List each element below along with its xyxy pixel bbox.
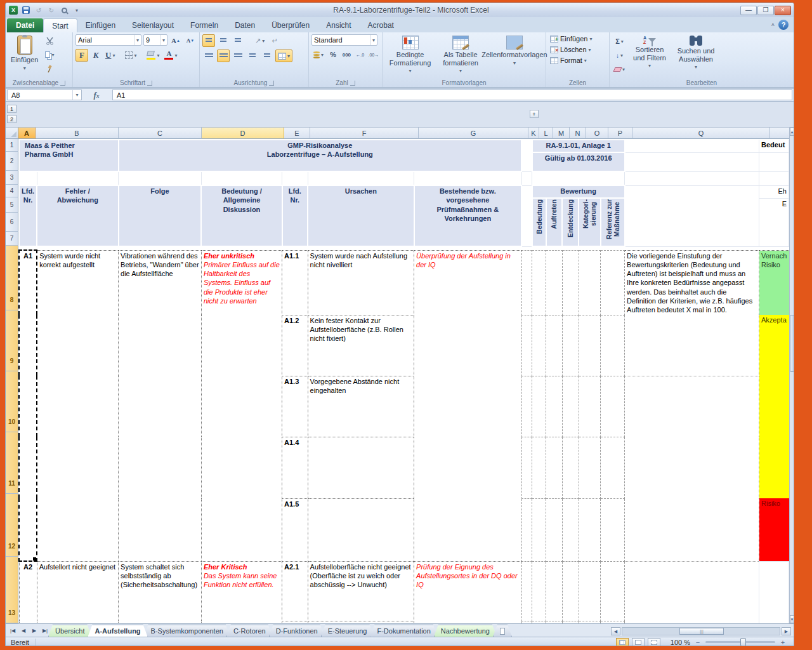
cell-q8-note[interactable]: Die vorliegende Einstufung der Bewertung… [625, 250, 759, 376]
cell-k3[interactable] [521, 171, 532, 185]
format-as-table-button[interactable]: Als Tabelle formatieren ▾ [438, 34, 483, 77]
tab-acrobat[interactable]: Acrobat [360, 18, 402, 32]
header-folge[interactable]: Folge [119, 185, 202, 246]
sheet-tab-f-dokumentation[interactable]: F-Dokumentation [370, 625, 437, 637]
cell-l11[interactable] [532, 437, 546, 498]
cell-d3[interactable] [201, 171, 282, 185]
cell-o12[interactable] [579, 498, 601, 561]
dialog-launcher-icon[interactable] [350, 81, 355, 86]
font-name-combo[interactable]: Arial▾ [75, 34, 141, 46]
header-rot-bedeutung[interactable]: Bedeutung [532, 198, 546, 246]
align-center-button[interactable] [217, 50, 230, 62]
cell-m13[interactable] [546, 561, 563, 621]
font-color-button[interactable]: A▾ [162, 49, 179, 62]
column-header-b[interactable]: B [36, 128, 119, 139]
vertical-scrollbar[interactable]: ▲ ▼ [789, 128, 794, 623]
cell-o10[interactable] [579, 376, 601, 437]
cell-r2[interactable] [759, 152, 789, 171]
column-header-o[interactable]: O [586, 128, 608, 139]
cell-p13[interactable] [601, 561, 625, 621]
cell-n11[interactable] [562, 437, 579, 498]
cell-f3[interactable] [308, 171, 414, 185]
zoom-level[interactable]: 100 % [671, 639, 690, 646]
borders-button[interactable]: ▾ [123, 49, 138, 62]
cell-massnahme-a2[interactable]: Prüfung der Eignung des Aufstellungsorte… [414, 561, 521, 623]
header-massnahmen[interactable]: Bestehende bzw. vorgesehene Prüfmaßnahme… [414, 185, 521, 246]
cell-ursache-a2-1[interactable]: Aufstelloberfläche nicht geeignet (Oberf… [308, 561, 414, 621]
horizontal-scroll-thumb[interactable]: ||| [679, 628, 724, 635]
row-header-11[interactable]: 11 [6, 432, 18, 494]
zoom-in-icon[interactable]: + [778, 639, 787, 646]
column-header-m[interactable]: M [553, 128, 570, 139]
align-left-button[interactable] [202, 50, 215, 62]
page-break-view-button[interactable] [648, 638, 660, 646]
header-fehler[interactable]: Fehler / Abweichung [37, 185, 118, 246]
cell-massnahme-a1[interactable]: Überprüfung der Aufstellung in der IQ [414, 250, 521, 561]
sheet-tab-nachbewertung[interactable]: Nachbewertung [434, 625, 497, 637]
excel-logo-icon[interactable]: X [8, 6, 18, 15]
last-sheet-icon[interactable]: ▶| [40, 626, 50, 635]
redo-icon[interactable]: ↻ [46, 6, 56, 15]
column-header-g[interactable]: G [419, 128, 528, 139]
font-size-combo[interactable]: 9▾ [143, 34, 167, 46]
underline-button[interactable]: U▾ [103, 49, 117, 62]
cell-ursache-a1-1[interactable]: System wurde nach Aufstellung nicht nive… [308, 250, 414, 315]
cell-bedeutung-a2[interactable]: Eher KritischDas System kann seine Funkt… [201, 561, 282, 623]
tab-ansicht[interactable]: Ansicht [318, 18, 359, 32]
cell-id-a1-5[interactable]: A1.5 [282, 498, 308, 561]
column-header-d[interactable]: D [202, 128, 284, 139]
cell-k9[interactable] [521, 315, 532, 376]
cell-o9[interactable] [579, 315, 601, 376]
cell-o13[interactable] [579, 561, 601, 621]
header-ursachen[interactable]: Ursachen [308, 185, 414, 246]
cell-fehler-a2[interactable]: Aufstellort nicht geeignet [37, 561, 118, 623]
header-lfd-nr-2[interactable]: Lfd. Nr. [282, 185, 308, 246]
normal-view-button[interactable] [616, 638, 629, 646]
cell-m12[interactable] [546, 498, 563, 561]
column-header-q[interactable]: Q [632, 128, 770, 139]
minimize-ribbon-icon[interactable]: ˄ [771, 22, 775, 28]
paste-button[interactable]: Einfügen ▾ [8, 34, 41, 77]
column-header-n[interactable]: N [570, 128, 586, 139]
cell-r1[interactable]: Bedeut [759, 140, 789, 152]
cell-ursache-a1-2[interactable]: Kein fester Kontakt zur Aufstelloberfläc… [308, 315, 414, 376]
shrink-font-button[interactable]: A▼ [184, 34, 197, 47]
cell-k13[interactable] [521, 561, 532, 621]
cell-n12[interactable] [562, 498, 579, 561]
top-align-button[interactable] [202, 34, 215, 47]
cell-m11[interactable] [546, 437, 563, 498]
cell-l12[interactable] [532, 498, 546, 561]
tab-formeln[interactable]: Formeln [182, 18, 226, 32]
cell-ursache-a1-5[interactable] [308, 498, 414, 561]
column-header-k[interactable]: K [528, 128, 539, 139]
copy-button[interactable]: ▾ [43, 48, 56, 61]
fill-color-button[interactable]: ▾ [145, 49, 161, 62]
cell-o11[interactable] [579, 437, 601, 498]
percent-style-button[interactable]: % [327, 48, 339, 61]
cell-n13[interactable] [562, 561, 579, 621]
middle-align-button[interactable] [217, 34, 230, 47]
sheet-tab-a-aufstellung[interactable]: A-Aufstellung [88, 625, 147, 637]
tab-ueberpruefen[interactable]: Überprüfen [263, 18, 318, 32]
cell-lp3[interactable] [532, 171, 625, 185]
cell-doc-ref[interactable]: RA-9.1-01, Anlage 1 [532, 140, 625, 152]
outline-level-1-button[interactable]: 1 [7, 105, 16, 113]
cell-p9[interactable] [601, 315, 625, 376]
cell-n8[interactable] [562, 250, 579, 315]
sheet-tab-uebersicht[interactable]: Übersicht [48, 625, 91, 637]
cell-l13[interactable] [532, 561, 546, 621]
scroll-up-icon[interactable]: ▲ [790, 128, 794, 136]
cell-m10[interactable] [546, 376, 563, 437]
cell-valid-from[interactable]: Gültig ab 01.03.2016 [532, 152, 625, 171]
insert-function-icon[interactable]: fx [94, 90, 100, 100]
cell-id-a2-1[interactable]: A2.1 [282, 561, 308, 621]
undo-icon[interactable]: ↺ [34, 6, 44, 15]
zoom-out-icon[interactable]: − [693, 639, 702, 646]
row-header-9[interactable]: 9 [6, 310, 18, 371]
cell-p8[interactable] [601, 250, 625, 315]
tab-einfuegen[interactable]: Einfügen [77, 18, 124, 32]
scroll-right-icon[interactable]: ▶ [782, 627, 791, 635]
outline-expand-button[interactable]: + [530, 110, 539, 118]
bold-button[interactable]: F [75, 49, 88, 62]
merge-center-button[interactable]: ▾ [275, 50, 292, 62]
